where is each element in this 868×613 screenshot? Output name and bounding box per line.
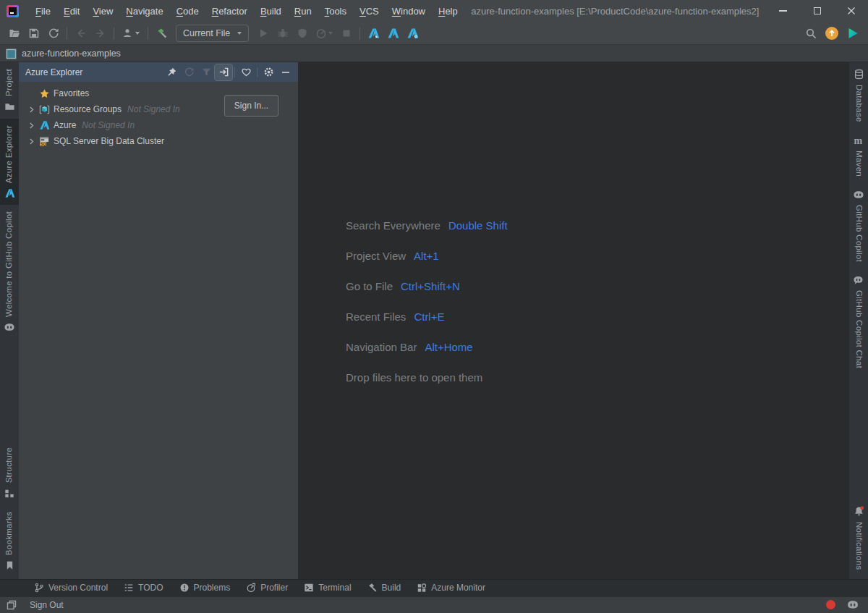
github-copilot-status-icon[interactable] bbox=[846, 599, 859, 610]
sidebar-item-github-copilot[interactable]: GitHub Copilot bbox=[849, 183, 868, 269]
refresh-button[interactable] bbox=[180, 64, 197, 80]
shortcut-keys[interactable]: Alt+Home bbox=[425, 341, 472, 353]
shortcut-row: Go to File Ctrl+Shift+N bbox=[346, 271, 508, 301]
azure-settings-button[interactable] bbox=[403, 24, 422, 43]
shortcut-row: Recent Files Ctrl+E bbox=[346, 301, 508, 331]
filter-icon bbox=[201, 67, 212, 77]
sync-button[interactable] bbox=[43, 24, 63, 43]
bottom-tool-window-bar: Version Control TODO Problems Profiler T… bbox=[0, 579, 868, 596]
menu-build[interactable]: Build bbox=[254, 1, 288, 21]
sidebar-item-label: Notifications bbox=[854, 522, 863, 570]
sidebar-item-github-copilot-chat[interactable]: GitHub Copilot Chat bbox=[849, 269, 868, 375]
forward-button[interactable] bbox=[90, 24, 110, 43]
sidebar-item-welcome-copilot[interactable]: Welcome to GitHub Copilot bbox=[0, 205, 19, 339]
favorites-button[interactable] bbox=[237, 64, 255, 80]
menu-code[interactable]: Code bbox=[170, 1, 205, 21]
toolwindow-todo[interactable]: TODO bbox=[116, 579, 171, 596]
profiler-button[interactable] bbox=[312, 24, 336, 43]
sidebar-item-notifications[interactable]: Notifications bbox=[849, 499, 868, 579]
sidebar-item-structure[interactable]: Structure bbox=[0, 441, 19, 504]
save-button[interactable] bbox=[24, 24, 43, 43]
toolwindow-version-control[interactable]: Version Control bbox=[26, 579, 116, 596]
sidebar-item-label: Bookmarks bbox=[5, 512, 14, 555]
chevron-down-icon bbox=[328, 32, 333, 35]
shortcut-label: Search Everywhere bbox=[346, 219, 441, 232]
minimize-button[interactable] bbox=[766, 0, 800, 22]
menu-navigate[interactable]: Navigate bbox=[119, 1, 169, 21]
hide-tool-window-button[interactable] bbox=[277, 64, 294, 80]
toolwindow-build[interactable]: Build bbox=[359, 579, 409, 596]
search-everywhere-button[interactable] bbox=[801, 24, 821, 43]
stop-button[interactable] bbox=[336, 24, 356, 43]
sync-icon bbox=[48, 28, 59, 39]
breadcrumb-project[interactable]: azure-function-examples bbox=[22, 48, 121, 59]
debug-button[interactable] bbox=[273, 24, 292, 43]
status-sign-out[interactable]: Sign Out bbox=[30, 600, 64, 610]
menu-run[interactable]: Run bbox=[288, 1, 318, 21]
sign-in-button[interactable]: Sign In... bbox=[224, 95, 278, 117]
maximize-button[interactable] bbox=[800, 0, 834, 22]
shortcut-hints: Search Everywhere Double Shift Project V… bbox=[346, 210, 508, 392]
sidebar-item-maven[interactable]: m Maven bbox=[849, 129, 868, 183]
sql-icon-text: SQL bbox=[41, 141, 48, 145]
menu-tools[interactable]: Tools bbox=[318, 1, 353, 21]
code-with-me-button[interactable] bbox=[843, 24, 862, 43]
run-configuration-label: Current File bbox=[183, 28, 230, 38]
sidebar-item-project[interactable]: Project bbox=[0, 62, 19, 119]
pin-button[interactable] bbox=[163, 64, 180, 80]
azure-explorer-button[interactable] bbox=[383, 24, 403, 43]
shortcut-keys[interactable]: Double Shift bbox=[448, 219, 508, 232]
run-configuration-dropdown[interactable]: Current File bbox=[176, 25, 249, 42]
notification-bell-icon bbox=[854, 506, 864, 517]
menu-edit[interactable]: Edit bbox=[57, 1, 86, 21]
shortcut-label: Project View bbox=[346, 250, 406, 262]
navigation-bar: azure-function-examples bbox=[0, 45, 868, 62]
menu-refactor[interactable]: Refactor bbox=[205, 1, 254, 21]
open-button[interactable] bbox=[4, 24, 24, 43]
profile-button[interactable] bbox=[118, 24, 144, 43]
menu-help[interactable]: Help bbox=[432, 1, 464, 21]
menu-window[interactable]: Window bbox=[386, 1, 432, 21]
menu-view[interactable]: View bbox=[86, 1, 119, 21]
coverage-button[interactable] bbox=[292, 24, 312, 43]
toolbar-right-group bbox=[801, 24, 862, 43]
sidebar-item-azure-explorer[interactable]: Azure Explorer bbox=[0, 119, 19, 205]
expand-chevron-icon[interactable] bbox=[25, 138, 37, 145]
toolwindow-terminal[interactable]: Terminal bbox=[296, 579, 359, 596]
update-available-button[interactable] bbox=[825, 27, 838, 40]
tree-item-status: Not Signed In bbox=[82, 120, 135, 130]
search-icon bbox=[805, 28, 817, 40]
tree-row-azure[interactable]: Azure Not Signed In bbox=[19, 117, 298, 133]
close-button[interactable] bbox=[834, 0, 868, 22]
filter-button[interactable] bbox=[197, 64, 215, 80]
settings-button[interactable] bbox=[260, 64, 277, 80]
run-button[interactable] bbox=[253, 24, 273, 43]
menu-file[interactable]: File bbox=[29, 1, 57, 21]
azure-deploy-button[interactable] bbox=[364, 24, 383, 43]
sidebar-item-bookmarks[interactable]: Bookmarks bbox=[0, 505, 19, 579]
tree-row-sql-server-big-data-cluster[interactable]: SQL SQL Server Big Data Cluster bbox=[19, 133, 298, 149]
code-with-me-icon bbox=[846, 27, 859, 40]
update-arrow-icon bbox=[827, 29, 836, 38]
toolbar-separator bbox=[148, 28, 148, 40]
sign-in-action-button[interactable] bbox=[215, 64, 232, 80]
sidebar-item-label: Project bbox=[5, 69, 14, 96]
azure-deploy-icon bbox=[367, 28, 380, 39]
sidebar-item-label: Maven bbox=[854, 151, 863, 177]
toolwindow-profiler[interactable]: Profiler bbox=[238, 579, 296, 596]
save-icon bbox=[28, 28, 40, 39]
build-project-button[interactable] bbox=[152, 24, 171, 43]
menu-vcs[interactable]: VCS bbox=[353, 1, 386, 21]
expand-chevron-icon[interactable] bbox=[25, 106, 37, 114]
toolwindow-problems[interactable]: Problems bbox=[171, 579, 239, 596]
back-button[interactable] bbox=[71, 24, 90, 43]
github-copilot-icon bbox=[4, 322, 15, 332]
shortcut-keys[interactable]: Alt+1 bbox=[414, 250, 439, 262]
toolwindow-azure-monitor[interactable]: Azure Monitor bbox=[409, 579, 493, 596]
expand-chevron-icon[interactable] bbox=[25, 122, 37, 130]
shortcut-keys[interactable]: Ctrl+Shift+N bbox=[401, 280, 460, 292]
shortcut-keys[interactable]: Ctrl+E bbox=[414, 310, 444, 323]
tool-window-layout-button[interactable] bbox=[6, 599, 17, 611]
refresh-icon bbox=[184, 67, 195, 77]
sidebar-item-database[interactable]: Database bbox=[849, 62, 868, 129]
